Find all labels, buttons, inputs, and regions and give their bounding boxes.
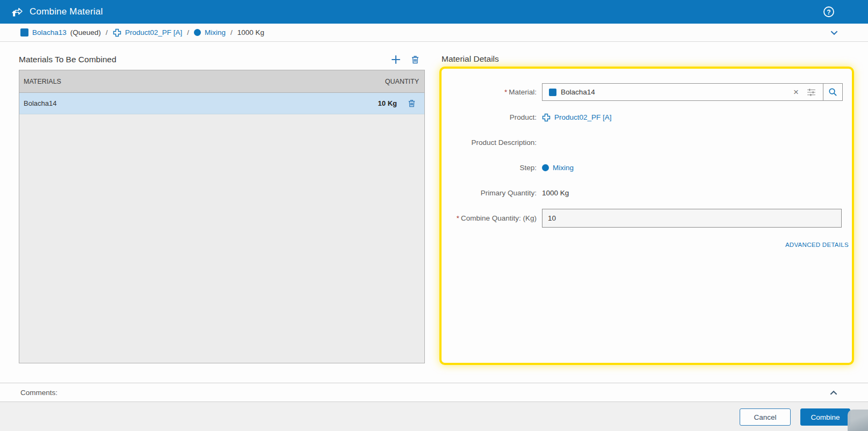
breadcrumb-separator: / xyxy=(187,28,189,36)
material-details-panel: *Material: Bolacha14 × xyxy=(439,67,854,365)
combine-quantity-input[interactable] xyxy=(542,209,842,228)
breadcrumb-separator: / xyxy=(230,28,233,36)
footer-bar: Cancel Combine xyxy=(0,402,868,431)
required-marker: * xyxy=(504,88,507,96)
product-field-label: Product: xyxy=(442,113,542,121)
breadcrumb: Bolacha13 (Queued) / Product02_PF [A] / … xyxy=(0,24,868,42)
materials-table: MATERIALS QUANTITY Bolacha14 10 Kg xyxy=(19,70,425,363)
chevron-up-icon[interactable] xyxy=(828,388,840,398)
page-title: Combine Material xyxy=(30,6,103,17)
material-field-row: *Material: Bolacha14 × xyxy=(442,79,852,105)
combine-material-icon xyxy=(11,5,24,18)
material-picker-value: Bolacha14 xyxy=(561,88,793,96)
primary-quantity-label: Primary Quantity: xyxy=(442,189,542,197)
step-link[interactable]: Mixing xyxy=(553,164,574,172)
materials-panel-title: Materials To Be Combined xyxy=(19,55,117,64)
material-field-label: *Material: xyxy=(442,88,542,96)
product-description-field-row: Product Description: xyxy=(442,130,852,155)
comments-label: Comments: xyxy=(20,389,57,397)
primary-quantity-value: 1000 Kg xyxy=(542,189,569,197)
required-marker: * xyxy=(457,214,459,222)
add-material-button[interactable] xyxy=(390,54,401,65)
cancel-button[interactable]: Cancel xyxy=(740,408,791,426)
material-square-icon xyxy=(549,89,556,96)
comments-bar: Comments: xyxy=(0,383,868,402)
breadcrumb-step-link[interactable]: Mixing xyxy=(205,28,226,36)
combine-button[interactable]: Combine xyxy=(800,408,850,426)
filter-sliders-icon[interactable] xyxy=(806,87,816,97)
column-header-quantity: QUANTITY xyxy=(385,78,419,85)
advanced-details-link[interactable]: ADVANCED DETAILS xyxy=(785,242,849,248)
chevron-down-icon[interactable] xyxy=(828,28,840,38)
breadcrumb-quantity: 1000 Kg xyxy=(237,28,264,36)
product-icon xyxy=(113,28,121,37)
material-picker-input[interactable]: Bolacha14 × xyxy=(542,83,843,101)
breadcrumb-separator: / xyxy=(106,28,108,36)
clear-icon[interactable]: × xyxy=(793,87,799,97)
material-details-title: Material Details xyxy=(442,54,499,64)
materials-table-header: MATERIALS QUANTITY xyxy=(19,70,424,93)
step-field-row: Step: Mixing xyxy=(442,155,852,180)
search-icon[interactable] xyxy=(823,84,842,100)
row-quantity: 10 Kg xyxy=(378,99,397,107)
combine-material-page: Combine Material ? Bolacha13 (Queued) / … xyxy=(0,0,868,431)
step-circle-icon xyxy=(194,29,201,36)
product-icon xyxy=(542,113,551,122)
table-row[interactable]: Bolacha14 10 Kg xyxy=(19,93,424,114)
delete-row-button[interactable] xyxy=(407,99,416,108)
product-link[interactable]: Product02_PF [A] xyxy=(554,113,612,121)
breadcrumb-material-status: (Queued) xyxy=(70,28,101,36)
product-description-label: Product Description: xyxy=(442,138,542,147)
primary-quantity-field-row: Primary Quantity: 1000 Kg xyxy=(442,180,852,206)
combine-quantity-label: *Combine Quantity: (Kg) xyxy=(442,214,542,222)
materials-to-combine-panel: Materials To Be Combined MATERIALS QUANT… xyxy=(19,52,425,363)
step-circle-icon xyxy=(542,164,549,171)
materials-table-empty-area xyxy=(19,114,424,363)
delete-materials-button[interactable] xyxy=(410,54,421,65)
cursor-overlay xyxy=(848,410,868,431)
breadcrumb-product-link[interactable]: Product02_PF [A] xyxy=(125,28,183,36)
combine-quantity-field-row: *Combine Quantity: (Kg) xyxy=(442,206,852,231)
title-bar: Combine Material ? xyxy=(0,0,868,24)
breadcrumb-material-link[interactable]: Bolacha13 xyxy=(32,28,67,36)
row-material-name: Bolacha14 xyxy=(24,99,56,107)
material-square-icon xyxy=(20,28,28,36)
product-field-row: Product: Product02_PF [A] xyxy=(442,105,852,130)
column-header-materials: MATERIALS xyxy=(24,78,61,85)
help-icon[interactable]: ? xyxy=(823,6,835,18)
step-field-label: Step: xyxy=(442,164,542,172)
svg-text:?: ? xyxy=(827,9,830,16)
